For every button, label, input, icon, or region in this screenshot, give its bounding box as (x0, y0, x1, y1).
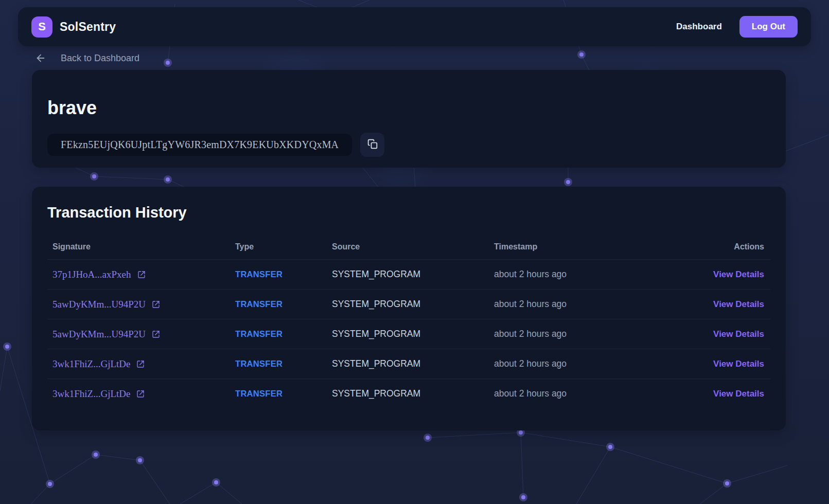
table-body: 37p1JHoA...axPxeh TRANSFER SYSTEM_PROGRA… (47, 259, 770, 408)
external-link-icon[interactable] (152, 300, 160, 309)
view-details-link[interactable]: View Details (713, 359, 764, 369)
transaction-type: TRANSFER (230, 269, 327, 279)
signature-link[interactable]: 37p1JHoA...axPxeh (52, 269, 131, 280)
navbar-right: Dashboard Log Out (676, 16, 798, 38)
signature-cell: 5awDyKMm...U94P2U (47, 299, 230, 310)
brand[interactable]: S SolSentry (31, 16, 116, 38)
app-logo: S (31, 16, 52, 38)
wallet-card: brave FEkzn5EUjQK6UJptLTgYW6JR3emDX7K9EK… (32, 70, 786, 168)
table-row: 3wk1FhiZ...GjLtDe TRANSFER SYSTEM_PROGRA… (47, 379, 770, 408)
top-navbar: S SolSentry Dashboard Log Out (18, 7, 811, 46)
logout-button[interactable]: Log Out (739, 16, 798, 38)
transaction-type: TRANSFER (230, 359, 327, 369)
external-link-icon[interactable] (136, 360, 145, 368)
signature-cell: 37p1JHoA...axPxeh (47, 269, 230, 280)
actions-cell: View Details (688, 269, 770, 280)
external-link-icon[interactable] (136, 390, 145, 398)
column-header-actions: Actions (688, 242, 770, 251)
transaction-source: SYSTEM_PROGRAM (327, 358, 489, 369)
transaction-history-title: Transaction History (47, 204, 770, 221)
table-row: 37p1JHoA...axPxeh TRANSFER SYSTEM_PROGRA… (47, 259, 770, 289)
page: S SolSentry Dashboard Log Out Back to Da… (0, 0, 829, 504)
actions-cell: View Details (688, 389, 770, 399)
signature-cell: 3wk1FhiZ...GjLtDe (47, 358, 230, 370)
actions-cell: View Details (688, 299, 770, 310)
signature-cell: 3wk1FhiZ...GjLtDe (47, 388, 230, 400)
transactions-table: Signature Type Source Timestamp Actions … (47, 235, 770, 408)
transaction-source: SYSTEM_PROGRAM (327, 269, 489, 280)
transaction-timestamp: about 2 hours ago (489, 269, 688, 280)
view-details-link[interactable]: View Details (713, 269, 764, 279)
wallet-name: brave (47, 99, 770, 117)
signature-link[interactable]: 3wk1FhiZ...GjLtDe (52, 358, 130, 370)
wallet-address: FEkzn5EUjQK6UJptLTgYW6JR3emDX7K9EKUbXKDY… (47, 134, 352, 156)
column-header-signature: Signature (47, 242, 230, 251)
back-to-dashboard-link[interactable]: Back to Dashboard (35, 51, 139, 65)
brand-name: SolSentry (60, 20, 116, 34)
signature-link[interactable]: 3wk1FhiZ...GjLtDe (52, 388, 130, 400)
signature-cell: 5awDyKMm...U94P2U (47, 329, 230, 340)
nav-link-dashboard[interactable]: Dashboard (676, 22, 722, 32)
column-header-type: Type (230, 242, 327, 251)
view-details-link[interactable]: View Details (713, 329, 764, 339)
transaction-timestamp: about 2 hours ago (489, 388, 688, 399)
view-details-link[interactable]: View Details (713, 389, 764, 399)
wallet-address-row: FEkzn5EUjQK6UJptLTgYW6JR3emDX7K9EKUbXKDY… (47, 133, 770, 157)
table-row: 3wk1FhiZ...GjLtDe TRANSFER SYSTEM_PROGRA… (47, 349, 770, 379)
column-header-timestamp: Timestamp (489, 242, 688, 251)
actions-cell: View Details (688, 329, 770, 339)
back-link-label: Back to Dashboard (61, 53, 139, 64)
copy-address-button[interactable] (360, 133, 384, 157)
table-row: 5awDyKMm...U94P2U TRANSFER SYSTEM_PROGRA… (47, 319, 770, 349)
logo-letter: S (38, 20, 46, 33)
view-details-link[interactable]: View Details (713, 299, 764, 309)
table-row: 5awDyKMm...U94P2U TRANSFER SYSTEM_PROGRA… (47, 289, 770, 319)
transaction-source: SYSTEM_PROGRAM (327, 329, 489, 339)
transaction-timestamp: about 2 hours ago (489, 329, 688, 339)
transaction-type: TRANSFER (230, 389, 327, 399)
transaction-source: SYSTEM_PROGRAM (327, 299, 489, 310)
signature-link[interactable]: 5awDyKMm...U94P2U (52, 299, 146, 310)
transaction-type: TRANSFER (230, 329, 327, 339)
actions-cell: View Details (688, 359, 770, 369)
transaction-history-card: Transaction History Signature Type Sourc… (32, 187, 786, 430)
copy-icon (367, 139, 378, 151)
left-arrow-icon (35, 52, 46, 64)
transaction-source: SYSTEM_PROGRAM (327, 388, 489, 399)
external-link-icon[interactable] (137, 271, 146, 279)
transaction-timestamp: about 2 hours ago (489, 358, 688, 369)
transaction-type: TRANSFER (230, 299, 327, 309)
signature-link[interactable]: 5awDyKMm...U94P2U (52, 329, 146, 340)
column-header-source: Source (327, 242, 489, 251)
table-header-row: Signature Type Source Timestamp Actions (47, 235, 770, 259)
transaction-timestamp: about 2 hours ago (489, 299, 688, 310)
external-link-icon[interactable] (152, 330, 160, 338)
